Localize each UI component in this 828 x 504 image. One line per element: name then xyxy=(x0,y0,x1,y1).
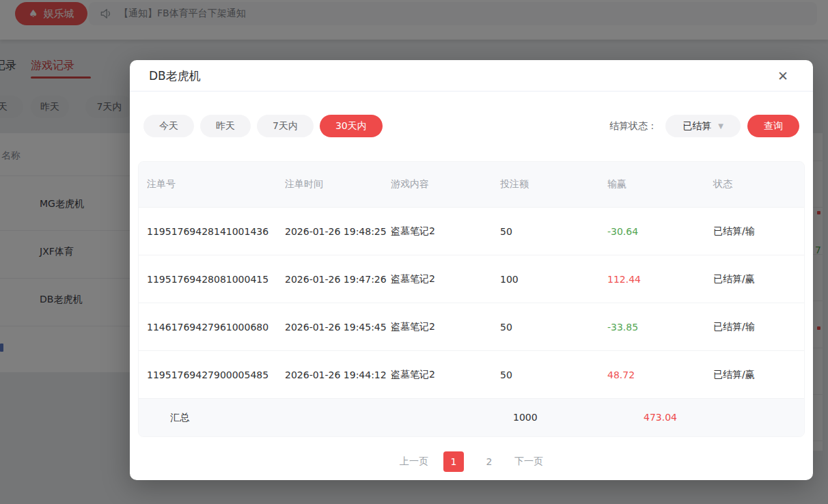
next-page-button[interactable]: 下一页 xyxy=(514,456,543,468)
chevron-down-icon: ▼ xyxy=(718,122,723,130)
cell-amount: 100 xyxy=(500,274,607,285)
cell-win-lose: 48.72 xyxy=(607,369,713,380)
cell-game: 盗墓笔记2 xyxy=(391,225,500,238)
cell-bet-no: 11951769428081000415 xyxy=(147,274,285,285)
close-icon[interactable]: ✕ xyxy=(777,67,788,85)
app-window: ♠ 娱乐城 【通知】FB体育平台下架通知 记录 游戏记录 天 昨天 7天内 名称… xyxy=(0,0,828,504)
filter-7days[interactable]: 7天内 xyxy=(257,115,314,137)
cell-bet-time: 2026-01-26 19:48:25 xyxy=(285,226,391,237)
cell-status: 已结算/赢 xyxy=(713,273,804,285)
query-button[interactable]: 查询 xyxy=(747,115,799,137)
cell-game: 盗墓笔记2 xyxy=(391,369,500,381)
cell-status: 已结算/输 xyxy=(713,321,804,333)
modal-header: DB老虎机 ✕ xyxy=(130,60,813,92)
cell-game: 盗墓笔记2 xyxy=(391,273,500,285)
settle-status-label: 结算状态： xyxy=(609,120,657,132)
cell-bet-no: 11951769427900005485 xyxy=(147,369,285,380)
game-records-modal: DB老虎机 ✕ 今天 昨天 7天内 30天内 结算状态： 已结算 ▼ 查询 注单… xyxy=(130,60,813,480)
cell-win-lose: -33.85 xyxy=(607,322,713,333)
cell-bet-no: 11951769428141001436 xyxy=(147,226,285,237)
pagination: 上一页 1 2 下一页 xyxy=(130,451,813,472)
filter-30days[interactable]: 30天内 xyxy=(320,115,383,137)
cell-bet-time: 2026-01-26 19:45:45 xyxy=(285,322,391,333)
modal-title: DB老虎机 xyxy=(149,68,201,84)
table-row: 11951769428081000415 2026-01-26 19:47:26… xyxy=(139,255,804,303)
table-header-row: 注单号 注单时间 游戏内容 投注额 输赢 状态 xyxy=(139,162,804,207)
col-win-lose: 输赢 xyxy=(607,178,713,191)
table-row: 11951769428141001436 2026-01-26 19:48:25… xyxy=(139,207,804,255)
settle-status-select[interactable]: 已结算 ▼ xyxy=(665,115,741,137)
cell-game: 盗墓笔记2 xyxy=(391,321,500,333)
cell-amount: 50 xyxy=(500,369,607,380)
cell-win-lose: 112.44 xyxy=(607,274,713,285)
page-button-2[interactable]: 2 xyxy=(479,451,499,472)
cell-status: 已结算/赢 xyxy=(713,369,804,381)
summary-amount: 1000 xyxy=(513,412,538,423)
cell-status: 已结算/输 xyxy=(713,225,804,238)
col-amount: 投注额 xyxy=(500,178,607,191)
col-bet-no: 注单号 xyxy=(147,178,285,191)
cell-bet-time: 2026-01-26 19:47:26 xyxy=(285,274,391,285)
col-bet-time: 注单时间 xyxy=(285,178,391,191)
cell-bet-time: 2026-01-26 19:44:12 xyxy=(285,369,391,380)
col-status: 状态 xyxy=(713,178,804,191)
cell-win-lose: -30.64 xyxy=(607,226,713,237)
filter-today[interactable]: 今天 xyxy=(143,115,194,137)
summary-row: 汇总 1000 473.04 xyxy=(139,398,804,436)
summary-win-lose: 473.04 xyxy=(644,412,677,423)
settle-status-value: 已结算 xyxy=(682,120,711,132)
table-row: 11461769427961000680 2026-01-26 19:45:45… xyxy=(139,303,804,350)
table-row: 11951769427900005485 2026-01-26 19:44:12… xyxy=(139,350,804,398)
filter-yesterday[interactable]: 昨天 xyxy=(200,115,251,137)
prev-page-button[interactable]: 上一页 xyxy=(400,456,428,468)
page-button-1[interactable]: 1 xyxy=(443,451,464,472)
records-table: 注单号 注单时间 游戏内容 投注额 输赢 状态 1195176942814100… xyxy=(138,161,805,437)
cell-amount: 50 xyxy=(500,226,607,237)
summary-label: 汇总 xyxy=(170,412,189,424)
filter-row: 今天 昨天 7天内 30天内 结算状态： 已结算 ▼ 查询 xyxy=(143,115,799,137)
cell-amount: 50 xyxy=(500,322,607,333)
col-game: 游戏内容 xyxy=(391,178,500,191)
cell-bet-no: 11461769427961000680 xyxy=(147,322,285,333)
